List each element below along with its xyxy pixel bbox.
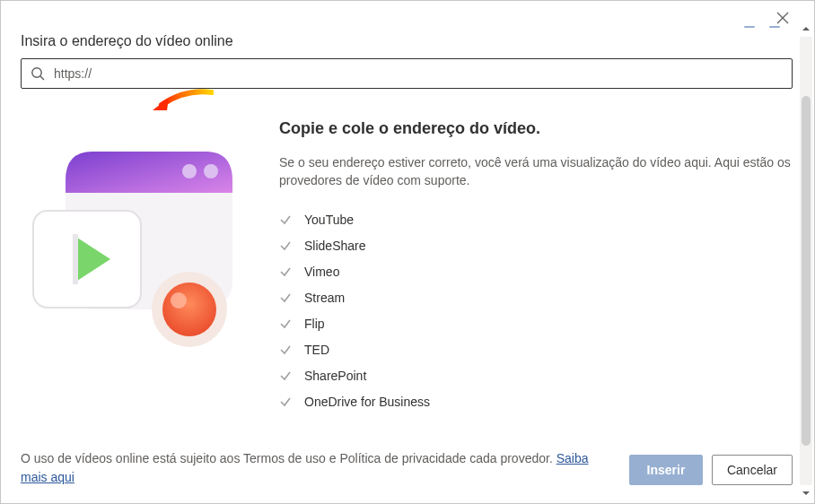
vertical-scrollbar[interactable] (800, 21, 812, 501)
footer-disclaimer: O uso de vídeos online está sujeito aos … (21, 449, 595, 487)
check-icon (279, 369, 292, 382)
check-icon (279, 291, 292, 304)
provider-label: YouTube (304, 213, 354, 227)
provider-label: Flip (304, 317, 325, 331)
provider-label: Vimeo (304, 265, 339, 279)
provider-label: OneDrive for Business (304, 395, 430, 409)
provider-item: Stream (279, 285, 793, 311)
check-icon (279, 343, 292, 356)
cancel-button[interactable]: Cancelar (712, 455, 793, 485)
check-icon (279, 317, 292, 330)
svg-point-2 (182, 164, 197, 178)
check-icon (279, 395, 292, 408)
dialog-heading: Insira o endereço do vídeo online (21, 33, 793, 49)
chevron-down-icon (802, 489, 811, 498)
insert-button[interactable]: Inserir (629, 455, 703, 485)
truncated-header-fragment (744, 26, 780, 28)
scroll-up-button[interactable] (800, 21, 812, 37)
provider-item: Vimeo (279, 259, 793, 285)
provider-item: YouTube (279, 207, 793, 233)
check-icon (279, 239, 292, 252)
svg-point-8 (171, 292, 187, 308)
search-icon (31, 66, 45, 81)
provider-list: YouTubeSlideShareVimeoStreamFlipTEDShare… (279, 207, 793, 415)
provider-item: SlideShare (279, 233, 793, 259)
video-url-input[interactable] (52, 65, 783, 82)
provider-item: OneDrive for Business (279, 389, 793, 415)
provider-label: SharePoint (304, 369, 366, 383)
insert-online-video-dialog: Insira o endereço do vídeo online (0, 0, 815, 504)
scroll-down-button[interactable] (800, 485, 812, 501)
provider-label: Stream (304, 291, 345, 305)
provider-item: Flip (279, 311, 793, 337)
dialog-footer: O uso de vídeos online está sujeito aos … (21, 449, 793, 487)
close-button[interactable] (775, 10, 791, 26)
svg-point-7 (162, 282, 216, 336)
footer-buttons: Inserir Cancelar (629, 455, 793, 487)
annotation-arrow (149, 85, 214, 120)
scroll-track[interactable] (800, 37, 812, 485)
info-panel: Copie e cole o endereço do vídeo. Se o s… (279, 119, 793, 415)
svg-point-3 (204, 164, 218, 178)
provider-label: SlideShare (304, 239, 366, 253)
info-title: Copie e cole o endereço do vídeo. (279, 119, 793, 138)
svg-point-0 (32, 68, 41, 77)
close-icon (776, 12, 789, 24)
video-url-field-wrapper[interactable] (21, 58, 793, 89)
video-illustration (21, 119, 256, 356)
provider-item: TED (279, 337, 793, 363)
check-icon (279, 213, 292, 226)
scroll-thumb[interactable] (802, 96, 811, 446)
chevron-up-icon (802, 24, 811, 33)
info-description: Se o seu endereço estiver correto, você … (279, 154, 793, 189)
provider-label: TED (304, 343, 329, 357)
dialog-content: Insira o endereço do vídeo online (21, 33, 793, 487)
svg-rect-5 (73, 234, 78, 284)
check-icon (279, 265, 292, 278)
disclaimer-text: O uso de vídeos online está sujeito aos … (21, 451, 556, 465)
provider-item: SharePoint (279, 363, 793, 389)
